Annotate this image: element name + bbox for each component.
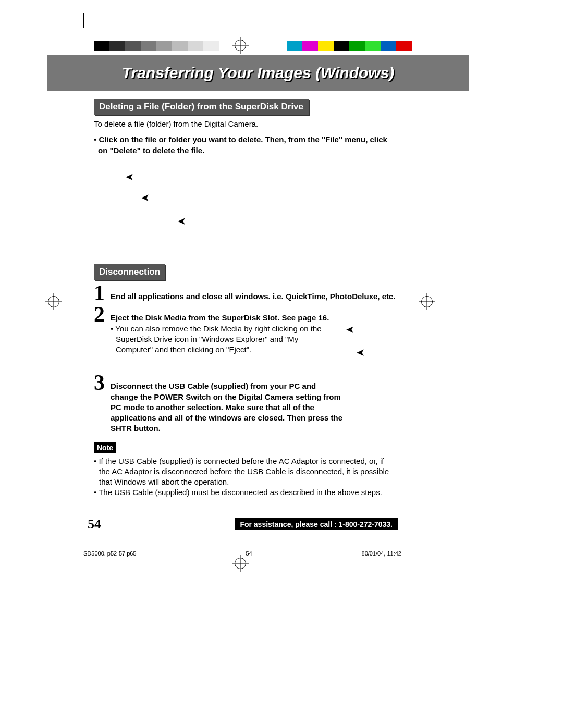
color-swatch xyxy=(94,41,109,51)
color-swatch xyxy=(188,41,203,51)
instruction-bullet: Click on the file or folder you want to … xyxy=(94,134,396,156)
color-swatch xyxy=(381,41,396,51)
color-swatch xyxy=(156,41,172,51)
page-footer: 54 For assistance, please call : 1-800-2… xyxy=(88,513,398,532)
step-number: 2 xyxy=(94,305,106,324)
page-content: Deleting a File (Folder) from the SuperD… xyxy=(94,99,396,498)
step-text: End all applications and close all windo… xyxy=(111,292,396,301)
crop-mark xyxy=(68,28,82,28)
color-swatch xyxy=(349,41,365,51)
registration-mark-icon xyxy=(235,558,246,569)
cursor-icon: ➤ xyxy=(141,191,150,204)
color-swatch xyxy=(396,41,412,51)
color-swatch xyxy=(365,41,381,51)
step-1: 1 End all applications and close all win… xyxy=(94,284,396,303)
step-text: Eject the Disk Media from the SuperDisk … xyxy=(111,313,329,322)
step-number: 3 xyxy=(94,374,106,392)
meta-filename: SD5000. p52-57.p65 xyxy=(83,550,137,557)
page-title-banner: Transferring Your Images (Windows) xyxy=(47,55,469,91)
step-2: 2 Eject the Disk Media from the SuperDis… xyxy=(94,305,396,355)
assistance-box: For assistance, please call : 1-800-272-… xyxy=(235,518,398,530)
crop-mark xyxy=(417,546,432,546)
printer-color-bar-grayscale xyxy=(94,41,219,51)
step-text: Disconnect the USB Cable (supplied) from… xyxy=(111,381,342,433)
step-number: 1 xyxy=(94,284,106,303)
print-meta-line: SD5000. p52-57.p65 54 80/01/04, 11:42 xyxy=(83,550,401,557)
registration-mark-icon xyxy=(235,40,246,51)
color-swatch xyxy=(302,41,318,51)
cursor-icon: ➤ xyxy=(125,170,134,183)
color-swatch xyxy=(287,41,302,51)
step-sub-bullet: You can also remove the Disk Media by ri… xyxy=(111,324,329,355)
printer-color-bar-cmyk xyxy=(287,41,412,51)
cursor-icon: ➤ xyxy=(356,346,365,359)
color-swatch xyxy=(141,41,156,51)
section-heading-disconnect: Disconnection xyxy=(94,264,165,280)
crop-mark xyxy=(50,546,64,546)
intro-text: To delete a file (folder) from the Digit… xyxy=(94,119,396,129)
section-heading-delete: Deleting a File (Folder) from the SuperD… xyxy=(94,99,309,115)
note-label: Note xyxy=(94,442,116,453)
note-bullet: The USB Cable (supplied) must be disconn… xyxy=(94,487,396,498)
crop-mark xyxy=(83,13,84,28)
color-swatch xyxy=(318,41,334,51)
registration-mark-icon xyxy=(48,296,59,307)
color-swatch xyxy=(203,41,219,51)
page-number: 54 xyxy=(88,516,101,532)
step-3: 3 Disconnect the USB Cable (supplied) fr… xyxy=(94,374,396,434)
crop-mark xyxy=(401,28,416,28)
meta-datetime: 80/01/04, 11:42 xyxy=(362,550,401,557)
page-title: Transferring Your Images (Windows) xyxy=(122,64,395,82)
cursor-icon: ➤ xyxy=(346,323,354,336)
color-swatch xyxy=(109,41,125,51)
color-swatch xyxy=(172,41,188,51)
color-swatch xyxy=(334,41,349,51)
note-bullet: If the USB Cable (supplied) is connected… xyxy=(94,456,396,488)
cursor-icon: ➤ xyxy=(177,215,186,227)
meta-page: 54 xyxy=(246,550,252,557)
registration-mark-icon xyxy=(421,296,433,307)
crop-mark xyxy=(399,13,399,28)
color-swatch xyxy=(125,41,141,51)
